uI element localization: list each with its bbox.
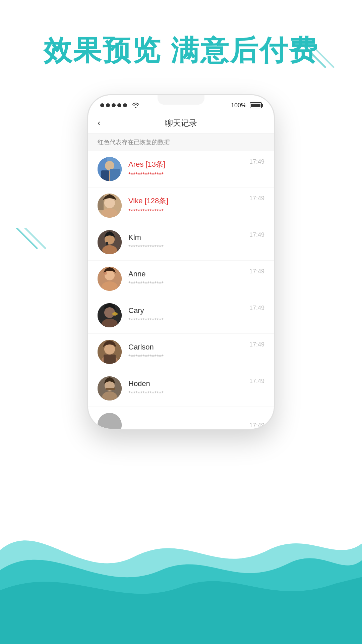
chat-item-klm[interactable]: Klm *************** 17:49 xyxy=(88,224,274,261)
chat-name-klm: Klm xyxy=(128,233,243,242)
phone-frame: 100% ‹ 聊天记录 红色代表存在已恢复的数据 xyxy=(87,94,275,430)
avatar-klm xyxy=(98,230,122,254)
chat-preview-vike: *************** xyxy=(128,208,243,215)
svg-rect-13 xyxy=(98,194,104,210)
chat-list: Ares [13条] *************** 17:49 xyxy=(88,151,274,429)
chat-time-anne: 17:49 xyxy=(249,268,264,275)
chat-info-klm: Klm *************** xyxy=(128,233,243,251)
info-banner-text: 红色代表存在已恢复的数据 xyxy=(98,139,170,146)
avatar-hoden xyxy=(98,376,122,400)
signal-dot-1 xyxy=(100,103,104,107)
main-content: 效果预览 满意后付费 xyxy=(0,0,362,430)
chat-item-carlson[interactable]: Carlson *************** 17:49 xyxy=(88,334,274,370)
wifi-icon xyxy=(132,101,140,110)
chat-name-cary: Cary xyxy=(128,306,243,315)
avatar-ares xyxy=(98,157,122,181)
chat-name-ares: Ares [13条] xyxy=(128,159,243,169)
chat-preview-klm: *************** xyxy=(128,244,243,251)
info-banner: 红色代表存在已恢复的数据 xyxy=(88,133,274,151)
chat-info-carlson: Carlson *************** xyxy=(128,343,243,361)
signal-dot-4 xyxy=(117,103,121,107)
avatar-cary xyxy=(98,303,122,327)
chat-item-partial[interactable]: 17:49 xyxy=(88,407,274,429)
chat-time-partial: 17:49 xyxy=(249,422,264,429)
status-left xyxy=(100,101,140,110)
chat-name-carlson: Carlson xyxy=(128,343,243,352)
hero-title: 效果预览 满意后付费 xyxy=(44,34,318,67)
chat-item-cary[interactable]: Cary *************** 17:49 xyxy=(88,297,274,334)
avatar-carlson xyxy=(98,340,122,364)
nav-title: 聊天记录 xyxy=(165,118,197,128)
svg-rect-9 xyxy=(110,169,120,181)
avatar-unknown xyxy=(98,413,122,429)
battery-percent: 100% xyxy=(231,102,246,109)
chat-info-vike: Vike [128条] *************** xyxy=(128,196,243,215)
avatar-vike xyxy=(98,194,122,218)
chat-time-klm: 17:49 xyxy=(249,231,264,238)
chat-info-ares: Ares [13条] *************** xyxy=(128,159,243,178)
signal-dot-5 xyxy=(123,103,127,107)
chat-item-ares[interactable]: Ares [13条] *************** 17:49 xyxy=(88,151,274,187)
chat-name-anne: Anne xyxy=(128,270,243,278)
chat-preview-hoden: *************** xyxy=(128,390,243,397)
svg-point-21 xyxy=(104,272,107,275)
chat-item-vike[interactable]: Vike [128条] *************** 17:49 xyxy=(88,187,274,224)
chat-name-vike: Vike [128条] xyxy=(128,196,243,206)
battery-icon xyxy=(250,102,262,108)
nav-bar: ‹ 聊天记录 xyxy=(88,113,274,133)
signal-dot-3 xyxy=(112,103,116,107)
svg-point-19 xyxy=(105,270,115,280)
chat-time-hoden: 17:49 xyxy=(249,378,264,385)
svg-rect-29 xyxy=(104,355,116,364)
svg-point-27 xyxy=(104,344,115,355)
back-button[interactable]: ‹ xyxy=(98,118,101,128)
status-right: 100% xyxy=(231,102,262,109)
phone-mockup: 100% ‹ 聊天记录 红色代表存在已恢复的数据 xyxy=(87,94,275,430)
chat-preview-anne: *************** xyxy=(128,280,243,287)
chat-preview-carlson: *************** xyxy=(128,354,243,361)
svg-point-11 xyxy=(104,198,115,208)
chat-preview-ares: *************** xyxy=(128,171,243,178)
chat-preview-cary: *************** xyxy=(128,317,243,324)
signal-dot-2 xyxy=(106,103,110,107)
chat-time-ares: 17:49 xyxy=(249,158,264,165)
svg-rect-33 xyxy=(106,388,115,390)
chat-time-vike: 17:49 xyxy=(249,195,264,202)
svg-rect-8 xyxy=(101,170,109,181)
chat-item-hoden[interactable]: Hoden *************** 17:49 xyxy=(88,370,274,407)
chat-name-hoden: Hoden xyxy=(128,379,243,388)
svg-point-25 xyxy=(112,312,118,316)
avatar-anne xyxy=(98,267,122,291)
svg-rect-17 xyxy=(106,242,108,245)
chat-info-hoden: Hoden *************** xyxy=(128,379,243,397)
chat-info-anne: Anne *************** xyxy=(128,270,243,287)
phone-inner: 100% ‹ 聊天记录 红色代表存在已恢复的数据 xyxy=(88,95,274,429)
chat-item-anne[interactable]: Anne *************** 17:49 xyxy=(88,261,274,297)
wave-bg xyxy=(0,456,362,644)
phone-notch xyxy=(158,95,204,105)
chat-time-carlson: 17:49 xyxy=(249,341,264,348)
chat-time-cary: 17:49 xyxy=(249,305,264,312)
svg-rect-34 xyxy=(98,413,122,429)
signal-dots xyxy=(100,103,127,107)
chat-info-cary: Cary *************** xyxy=(128,306,243,324)
